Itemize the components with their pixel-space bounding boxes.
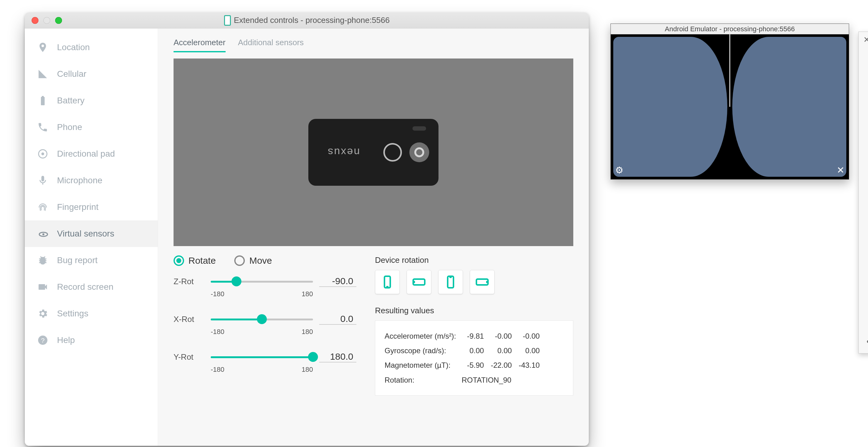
tab-additional-sensors[interactable]: Additional sensors (238, 38, 304, 52)
sidebar-item-directional-pad[interactable]: Directional pad (25, 141, 158, 167)
zrot-slider[interactable] (211, 275, 313, 287)
zrot-label: Z-Rot (174, 277, 205, 286)
device-rotation-label: Device rotation (375, 255, 573, 265)
sidebar-item-fingerprint[interactable]: Fingerprint (25, 194, 158, 220)
emulator-screen[interactable]: ⚙ ✕ (611, 34, 849, 179)
minimize-window-button[interactable] (43, 17, 50, 24)
rotate-left-button[interactable] (865, 141, 868, 158)
zoom-window-button[interactable] (55, 17, 62, 24)
sidebar-item-cellular[interactable]: Cellular (25, 61, 158, 87)
overview-button[interactable] (865, 308, 868, 325)
location-pin-icon (37, 42, 48, 53)
zrot-value[interactable]: -90.0 (319, 276, 356, 287)
sidebar-item-bug-report[interactable]: Bug report (25, 247, 158, 274)
sidebar-item-label: Fingerprint (57, 202, 98, 212)
vr-settings-gear-icon[interactable]: ⚙ (615, 165, 623, 175)
rotation-portrait-button[interactable] (375, 270, 400, 294)
zoom-button[interactable] (865, 224, 868, 241)
battery-icon (37, 95, 48, 106)
rotate-right-button[interactable] (865, 168, 868, 186)
resulting-values-panel: Accelerometer (m/s²): -9.81 -0.00 -0.00 … (375, 320, 573, 396)
zrot-slider-thumb[interactable] (231, 276, 241, 286)
sidebar-item-microphone[interactable]: Microphone (25, 167, 158, 194)
rotation-row: Rotation: ROTATION_90 (384, 373, 546, 387)
emulator-window: Android Emulator - processing-phone:5566… (611, 24, 849, 179)
emulator-title: Android Emulator - processing-phone:5566 (611, 24, 849, 34)
phone-brand-label: nexus (327, 146, 360, 159)
mag-row: Magnetometer (µT): -5.90 -22.00 -43.10 (384, 358, 546, 372)
traffic-lights (32, 17, 62, 24)
gear-icon (37, 308, 48, 319)
tab-accelerometer[interactable]: Accelerometer (174, 38, 226, 52)
sidebar-item-settings[interactable]: Settings (25, 300, 158, 327)
more-button[interactable]: ••• (866, 336, 868, 348)
resulting-values-label: Resulting values (375, 306, 573, 315)
mode-rotate-label: Rotate (188, 255, 216, 266)
sidebar-item-help[interactable]: ? Help (25, 327, 158, 353)
sidebar-item-label: Phone (57, 122, 82, 132)
rotation-portrait-reverse-button[interactable] (438, 270, 463, 294)
window-titlebar: Extended controls - processing-phone:556… (25, 12, 589, 29)
fingerprint-icon (37, 202, 48, 213)
vr-divider (730, 34, 731, 107)
sidebar-item-virtual-sensors[interactable]: Virtual sensors (25, 220, 158, 247)
screenshot-button[interactable] (865, 196, 868, 214)
rotation-landscape-right-button[interactable] (470, 270, 495, 294)
mode-move-label: Move (249, 255, 272, 266)
gyro-row: Gyroscope (rad/s): 0.00 0.00 0.00 (384, 343, 546, 358)
mode-rotate-radio[interactable]: Rotate (174, 255, 216, 266)
phone-sensor-ring-icon (383, 143, 402, 162)
microphone-icon (37, 175, 48, 186)
vr-lens-right (732, 37, 846, 177)
yrot-label: Y-Rot (174, 352, 205, 362)
sidebar-item-label: Record screen (57, 282, 114, 292)
yrot-value[interactable]: 180.0 (319, 351, 356, 363)
mode-move-radio[interactable]: Move (234, 255, 272, 266)
volume-down-button[interactable] (865, 113, 868, 130)
vr-lens-left (613, 37, 727, 177)
svg-point-2 (42, 233, 44, 236)
phone-speaker-icon (412, 126, 426, 131)
app-icon (224, 15, 231, 26)
xrot-slider[interactable] (211, 313, 313, 325)
sidebar-item-label: Directional pad (57, 149, 115, 159)
rotation-landscape-left-button[interactable] (407, 270, 431, 294)
close-window-button[interactable] (32, 17, 38, 24)
yrot-slider[interactable] (211, 351, 313, 363)
sidebar-item-label: Microphone (57, 175, 102, 185)
sidebar-item-record-screen[interactable]: Record screen (25, 274, 158, 300)
sidebar-item-label: Settings (57, 309, 88, 318)
xrot-value[interactable]: 0.0 (319, 314, 356, 325)
sidebar: Location Cellular Battery Phone Directio… (25, 29, 158, 446)
emulator-toolbar: ✕ — ••• (858, 32, 868, 353)
main-panel: Accelerometer Additional sensors nexus (158, 29, 589, 446)
power-button[interactable] (865, 57, 868, 74)
extended-controls-window: Extended controls - processing-phone:556… (25, 12, 589, 446)
sidebar-item-label: Cellular (57, 69, 87, 79)
sidebar-item-battery[interactable]: Battery (25, 87, 158, 114)
vr-close-icon[interactable]: ✕ (837, 165, 844, 175)
phone-camera-icon (409, 142, 429, 162)
sidebar-item-label: Location (57, 42, 90, 52)
toolbar-close-icon[interactable]: ✕ (863, 35, 868, 44)
sidebar-item-label: Help (57, 335, 75, 345)
sidebar-item-label: Bug report (57, 255, 98, 265)
device-preview-3d[interactable]: nexus (174, 59, 573, 246)
svg-point-1 (41, 152, 44, 156)
home-button[interactable] (865, 280, 868, 297)
yrot-slider-thumb[interactable] (308, 352, 318, 362)
bug-icon (37, 255, 48, 266)
sidebar-item-location[interactable]: Location (25, 34, 158, 61)
cellular-signal-icon (37, 68, 48, 79)
svg-text:?: ? (41, 337, 44, 344)
sidebar-item-label: Battery (57, 96, 85, 106)
videocam-icon (37, 281, 48, 293)
dpad-icon (37, 148, 48, 160)
help-icon: ? (37, 335, 48, 346)
phone-mockup: nexus (308, 119, 438, 186)
volume-up-button[interactable] (865, 85, 868, 102)
back-button[interactable] (865, 252, 868, 269)
xrot-slider-thumb[interactable] (257, 314, 267, 324)
window-title: Extended controls - processing-phone:556… (234, 15, 390, 25)
sidebar-item-phone[interactable]: Phone (25, 114, 158, 141)
